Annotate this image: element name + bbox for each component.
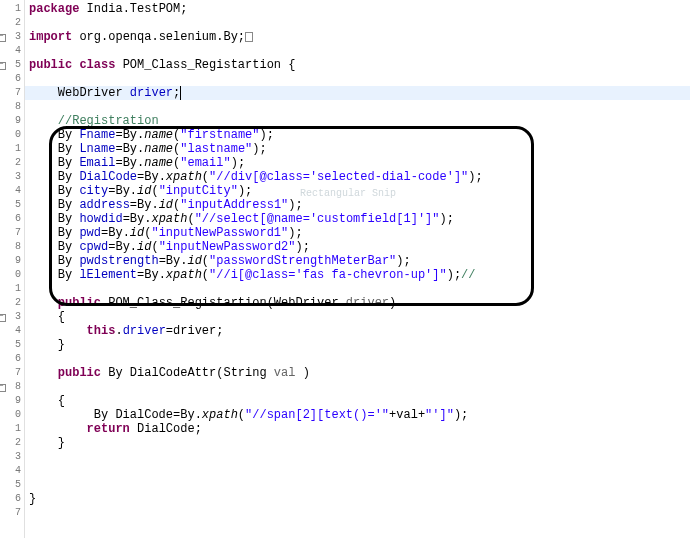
- line-number: 1: [0, 142, 24, 156]
- line-number: 6: [0, 492, 24, 506]
- code-line: By DialCode=By.xpath("//span[2][text()='…: [25, 408, 690, 422]
- code-line: public class POM_Class_Registartion {: [25, 58, 690, 72]
- code-line: [25, 450, 690, 464]
- line-number: 5: [0, 198, 24, 212]
- line-number: 4: [0, 184, 24, 198]
- code-line: {: [25, 394, 690, 408]
- code-line: }: [25, 492, 690, 506]
- line-number: 0: [0, 408, 24, 422]
- code-line: By cpwd=By.id("inputNewPassword2");: [25, 240, 690, 254]
- line-number: 9: [0, 114, 24, 128]
- line-number-gutter: 1234567890123456789012345678901234567: [0, 0, 25, 538]
- line-number: 6: [0, 72, 24, 86]
- code-line: By lElement=By.xpath("//i[@class='fas fa…: [25, 268, 690, 282]
- line-number: 7: [0, 366, 24, 380]
- line-number: 9: [0, 394, 24, 408]
- code-line: By Fname=By.name("firstname");: [25, 128, 690, 142]
- code-line: [25, 16, 690, 30]
- line-number: 2: [0, 16, 24, 30]
- line-number: 5: [0, 58, 24, 72]
- code-line: import org.openqa.selenium.By;: [25, 30, 690, 44]
- line-number: 3: [0, 310, 24, 324]
- line-number: 5: [0, 338, 24, 352]
- code-line: By address=By.id("inputAddress1");: [25, 198, 690, 212]
- line-number: 1: [0, 422, 24, 436]
- line-number: 0: [0, 268, 24, 282]
- line-number: 2: [0, 296, 24, 310]
- line-number: 7: [0, 226, 24, 240]
- code-line: public By DialCodeAttr(String val ): [25, 366, 690, 380]
- code-line: return DialCode;: [25, 422, 690, 436]
- code-line: By howdid=By.xpath("//select[@name='cust…: [25, 212, 690, 226]
- line-number: 6: [0, 352, 24, 366]
- line-number: 5: [0, 478, 24, 492]
- line-number: 8: [0, 240, 24, 254]
- line-number: 4: [0, 324, 24, 338]
- code-line: By Email=By.name("email");: [25, 156, 690, 170]
- code-line: [25, 100, 690, 114]
- code-line: By pwdstrength=By.id("passwordStrengthMe…: [25, 254, 690, 268]
- code-line: By Lname=By.name("lastname");: [25, 142, 690, 156]
- code-line: }: [25, 338, 690, 352]
- code-line: {: [25, 310, 690, 324]
- line-number: 2: [0, 436, 24, 450]
- line-number: 7: [0, 86, 24, 100]
- code-line: public POM_Class_Registartion(WebDriver …: [25, 296, 690, 310]
- code-line: [25, 282, 690, 296]
- line-number: 6: [0, 212, 24, 226]
- line-number: 3: [0, 450, 24, 464]
- line-number: 9: [0, 254, 24, 268]
- line-number: 7: [0, 506, 24, 520]
- code-line: By pwd=By.id("inputNewPassword1");: [25, 226, 690, 240]
- code-line: package India.TestPOM;: [25, 2, 690, 16]
- line-number: 0: [0, 128, 24, 142]
- code-line-highlighted: WebDriver driver;: [25, 86, 690, 100]
- code-line: [25, 380, 690, 394]
- line-number: 2: [0, 156, 24, 170]
- code-line: By DialCode=By.xpath("//div[@class='sele…: [25, 170, 690, 184]
- code-line: [25, 72, 690, 86]
- text-cursor: [180, 86, 181, 100]
- code-line: [25, 464, 690, 478]
- line-number: 1: [0, 2, 24, 16]
- code-line: }: [25, 436, 690, 450]
- line-number: 4: [0, 464, 24, 478]
- code-editor[interactable]: package India.TestPOM; import org.openqa…: [25, 0, 690, 538]
- code-line: By city=By.id("inputCity");: [25, 184, 690, 198]
- code-line: [25, 352, 690, 366]
- line-number: 3: [0, 170, 24, 184]
- code-line: [25, 478, 690, 492]
- line-number: 1: [0, 282, 24, 296]
- code-line: this.driver=driver;: [25, 324, 690, 338]
- code-line: //Registration: [25, 114, 690, 128]
- line-number: 3: [0, 30, 24, 44]
- line-number: 4: [0, 44, 24, 58]
- fold-indicator-icon: [245, 32, 253, 42]
- line-number: 8: [0, 380, 24, 394]
- code-line: [25, 44, 690, 58]
- line-number: 8: [0, 100, 24, 114]
